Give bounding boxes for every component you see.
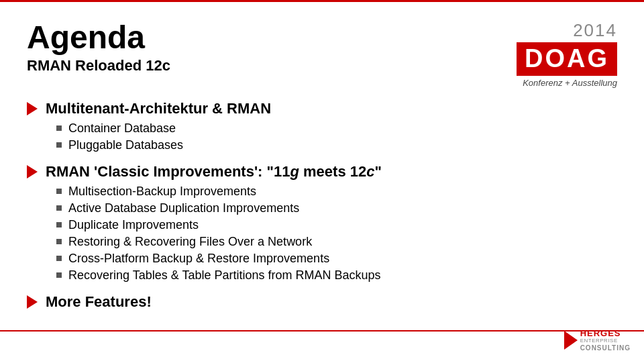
herges-text-block: HERGES ENTERPRISE CONSULTING [580, 329, 631, 352]
slide-content: Multitenant-Architektur & RMAN Container… [27, 100, 617, 311]
section-more-features-header: More Features! [27, 293, 617, 311]
square-bullet-icon [56, 272, 62, 278]
logo-year: 2014 [573, 20, 617, 41]
herges-company-type: CONSULTING [580, 344, 631, 352]
list-item: Multisection-Backup Improvements [56, 185, 617, 199]
square-bullet-icon [56, 222, 62, 227]
sub-item-text: Container Database [68, 121, 176, 136]
section-multitenant-header: Multitenant-Architektur & RMAN [27, 100, 617, 117]
slide: Agenda RMAN Reloaded 12c 2014 DOAG Konfe… [0, 0, 644, 357]
herges-company-sub: ENTERPRISE [580, 338, 631, 344]
herges-logo: HERGES ENTERPRISE CONSULTING [564, 329, 631, 352]
list-item: Container Database [56, 121, 617, 136]
main-title: Agenda [27, 20, 170, 56]
section-more-features-title: More Features! [46, 293, 152, 311]
title-block: Agenda RMAN Reloaded 12c [27, 20, 170, 74]
bottom-border-line [0, 330, 644, 332]
section-more-features: More Features! [27, 293, 617, 311]
herges-company-name: HERGES [580, 329, 631, 338]
sub-item-text: Active Database Duplication Improvements [68, 201, 299, 215]
top-border-line [0, 0, 644, 2]
subtitle: RMAN Reloaded 12c [27, 57, 170, 74]
list-item: Restoring & Recovering Files Over a Netw… [56, 235, 617, 249]
list-item: Cross-Platform Backup & Restore Improvem… [56, 252, 617, 266]
list-item: Active Database Duplication Improvements [56, 201, 617, 215]
square-bullet-icon [56, 256, 62, 261]
slide-header: Agenda RMAN Reloaded 12c 2014 DOAG Konfe… [27, 20, 617, 88]
arrow-bullet-icon [27, 165, 38, 178]
section-multitenant-title: Multitenant-Architektur & RMAN [46, 100, 271, 117]
list-item: Duplicate Improvements [56, 218, 617, 232]
logo-area: 2014 DOAG Konferenz + Ausstellung [517, 20, 617, 88]
doag-brand: DOAG [517, 42, 617, 76]
square-bullet-icon [56, 239, 62, 244]
square-bullet-icon [56, 189, 62, 194]
sub-item-text: Multisection-Backup Improvements [68, 185, 256, 199]
list-item: Recovering Tables & Table Partitions fro… [56, 268, 617, 283]
herges-arrow-icon [564, 331, 578, 350]
section-rman-classic-header: RMAN 'Classic Improvements': "11g meets … [27, 163, 617, 181]
sub-item-text: Pluggable Databases [68, 138, 183, 152]
doag-tagline: Konferenz + Ausstellung [523, 78, 617, 88]
list-item: Pluggable Databases [56, 138, 617, 152]
section-multitenant: Multitenant-Architektur & RMAN Container… [27, 100, 617, 152]
square-bullet-icon [56, 142, 62, 148]
arrow-bullet-icon [27, 295, 38, 309]
section-multitenant-items: Container Database Pluggable Databases [56, 121, 617, 152]
sub-item-text: Duplicate Improvements [68, 218, 199, 232]
square-bullet-icon [56, 205, 62, 211]
sub-item-text: Cross-Platform Backup & Restore Improvem… [68, 252, 329, 266]
arrow-bullet-icon [27, 102, 38, 115]
sub-item-text: Recovering Tables & Table Partitions fro… [68, 268, 381, 283]
sub-item-text: Restoring & Recovering Files Over a Netw… [68, 235, 312, 249]
square-bullet-icon [56, 125, 62, 131]
section-rman-classic-title: RMAN 'Classic Improvements': "11g meets … [46, 163, 382, 181]
doag-logo: DOAG Konferenz + Ausstellung [517, 42, 617, 88]
section-rman-classic: RMAN 'Classic Improvements': "11g meets … [27, 163, 617, 283]
section-rman-classic-items: Multisection-Backup Improvements Active … [56, 185, 617, 283]
